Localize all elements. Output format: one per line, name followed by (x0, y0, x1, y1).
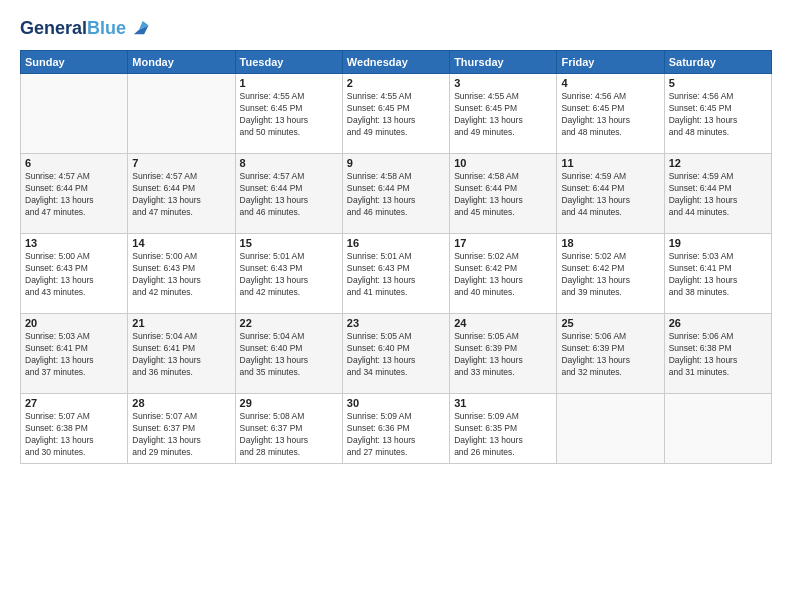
day-info: Sunrise: 5:09 AM Sunset: 6:35 PM Dayligh… (454, 411, 552, 459)
day-info: Sunrise: 4:59 AM Sunset: 6:44 PM Dayligh… (561, 171, 659, 219)
day-number: 16 (347, 237, 445, 249)
day-number: 12 (669, 157, 767, 169)
calendar-cell: 20Sunrise: 5:03 AM Sunset: 6:41 PM Dayli… (21, 314, 128, 394)
calendar-cell: 26Sunrise: 5:06 AM Sunset: 6:38 PM Dayli… (664, 314, 771, 394)
day-info: Sunrise: 4:57 AM Sunset: 6:44 PM Dayligh… (132, 171, 230, 219)
weekday-header: Friday (557, 51, 664, 74)
calendar-cell: 12Sunrise: 4:59 AM Sunset: 6:44 PM Dayli… (664, 154, 771, 234)
calendar-cell: 24Sunrise: 5:05 AM Sunset: 6:39 PM Dayli… (450, 314, 557, 394)
day-number: 13 (25, 237, 123, 249)
weekday-header: Sunday (21, 51, 128, 74)
calendar-week-row: 6Sunrise: 4:57 AM Sunset: 6:44 PM Daylig… (21, 154, 772, 234)
calendar-cell (21, 74, 128, 154)
calendar-cell: 15Sunrise: 5:01 AM Sunset: 6:43 PM Dayli… (235, 234, 342, 314)
calendar-cell: 23Sunrise: 5:05 AM Sunset: 6:40 PM Dayli… (342, 314, 449, 394)
calendar-cell (128, 74, 235, 154)
day-number: 10 (454, 157, 552, 169)
day-info: Sunrise: 5:05 AM Sunset: 6:39 PM Dayligh… (454, 331, 552, 379)
day-info: Sunrise: 5:04 AM Sunset: 6:40 PM Dayligh… (240, 331, 338, 379)
calendar-cell: 1Sunrise: 4:55 AM Sunset: 6:45 PM Daylig… (235, 74, 342, 154)
day-number: 30 (347, 397, 445, 409)
day-info: Sunrise: 4:56 AM Sunset: 6:45 PM Dayligh… (561, 91, 659, 139)
day-number: 21 (132, 317, 230, 329)
weekday-header: Monday (128, 51, 235, 74)
logo: GeneralBlue (20, 18, 150, 40)
day-info: Sunrise: 4:56 AM Sunset: 6:45 PM Dayligh… (669, 91, 767, 139)
calendar-cell: 31Sunrise: 5:09 AM Sunset: 6:35 PM Dayli… (450, 394, 557, 464)
calendar-cell: 28Sunrise: 5:07 AM Sunset: 6:37 PM Dayli… (128, 394, 235, 464)
day-number: 9 (347, 157, 445, 169)
page: GeneralBlue SundayMondayTuesdayWednesday… (0, 0, 792, 612)
day-info: Sunrise: 5:02 AM Sunset: 6:42 PM Dayligh… (561, 251, 659, 299)
calendar-cell: 5Sunrise: 4:56 AM Sunset: 6:45 PM Daylig… (664, 74, 771, 154)
day-number: 18 (561, 237, 659, 249)
calendar-cell: 9Sunrise: 4:58 AM Sunset: 6:44 PM Daylig… (342, 154, 449, 234)
day-info: Sunrise: 5:05 AM Sunset: 6:40 PM Dayligh… (347, 331, 445, 379)
day-number: 29 (240, 397, 338, 409)
day-number: 31 (454, 397, 552, 409)
day-info: Sunrise: 5:01 AM Sunset: 6:43 PM Dayligh… (347, 251, 445, 299)
day-number: 3 (454, 77, 552, 89)
calendar-cell (664, 394, 771, 464)
day-number: 5 (669, 77, 767, 89)
calendar-cell: 27Sunrise: 5:07 AM Sunset: 6:38 PM Dayli… (21, 394, 128, 464)
calendar-table: SundayMondayTuesdayWednesdayThursdayFrid… (20, 50, 772, 464)
day-number: 8 (240, 157, 338, 169)
day-number: 11 (561, 157, 659, 169)
calendar-cell: 29Sunrise: 5:08 AM Sunset: 6:37 PM Dayli… (235, 394, 342, 464)
day-info: Sunrise: 4:58 AM Sunset: 6:44 PM Dayligh… (347, 171, 445, 219)
day-info: Sunrise: 5:00 AM Sunset: 6:43 PM Dayligh… (132, 251, 230, 299)
day-info: Sunrise: 5:06 AM Sunset: 6:38 PM Dayligh… (669, 331, 767, 379)
calendar-cell: 2Sunrise: 4:55 AM Sunset: 6:45 PM Daylig… (342, 74, 449, 154)
day-number: 1 (240, 77, 338, 89)
day-info: Sunrise: 5:02 AM Sunset: 6:42 PM Dayligh… (454, 251, 552, 299)
day-number: 24 (454, 317, 552, 329)
day-info: Sunrise: 5:01 AM Sunset: 6:43 PM Dayligh… (240, 251, 338, 299)
weekday-header: Thursday (450, 51, 557, 74)
calendar-cell: 13Sunrise: 5:00 AM Sunset: 6:43 PM Dayli… (21, 234, 128, 314)
day-info: Sunrise: 5:04 AM Sunset: 6:41 PM Dayligh… (132, 331, 230, 379)
day-info: Sunrise: 4:59 AM Sunset: 6:44 PM Dayligh… (669, 171, 767, 219)
day-number: 7 (132, 157, 230, 169)
calendar-cell: 14Sunrise: 5:00 AM Sunset: 6:43 PM Dayli… (128, 234, 235, 314)
day-info: Sunrise: 4:58 AM Sunset: 6:44 PM Dayligh… (454, 171, 552, 219)
day-number: 26 (669, 317, 767, 329)
day-number: 17 (454, 237, 552, 249)
calendar-cell (557, 394, 664, 464)
calendar-cell: 10Sunrise: 4:58 AM Sunset: 6:44 PM Dayli… (450, 154, 557, 234)
header: GeneralBlue (20, 18, 772, 40)
day-info: Sunrise: 5:07 AM Sunset: 6:38 PM Dayligh… (25, 411, 123, 459)
day-number: 6 (25, 157, 123, 169)
calendar-cell: 11Sunrise: 4:59 AM Sunset: 6:44 PM Dayli… (557, 154, 664, 234)
day-number: 15 (240, 237, 338, 249)
calendar-cell: 30Sunrise: 5:09 AM Sunset: 6:36 PM Dayli… (342, 394, 449, 464)
day-number: 19 (669, 237, 767, 249)
calendar-week-row: 1Sunrise: 4:55 AM Sunset: 6:45 PM Daylig… (21, 74, 772, 154)
day-number: 28 (132, 397, 230, 409)
day-info: Sunrise: 4:57 AM Sunset: 6:44 PM Dayligh… (240, 171, 338, 219)
calendar-cell: 3Sunrise: 4:55 AM Sunset: 6:45 PM Daylig… (450, 74, 557, 154)
calendar-cell: 16Sunrise: 5:01 AM Sunset: 6:43 PM Dayli… (342, 234, 449, 314)
day-number: 22 (240, 317, 338, 329)
day-number: 4 (561, 77, 659, 89)
calendar-header-row: SundayMondayTuesdayWednesdayThursdayFrid… (21, 51, 772, 74)
day-number: 27 (25, 397, 123, 409)
logo-icon (128, 18, 150, 40)
calendar-week-row: 20Sunrise: 5:03 AM Sunset: 6:41 PM Dayli… (21, 314, 772, 394)
calendar-cell: 19Sunrise: 5:03 AM Sunset: 6:41 PM Dayli… (664, 234, 771, 314)
weekday-header: Saturday (664, 51, 771, 74)
weekday-header: Wednesday (342, 51, 449, 74)
day-number: 23 (347, 317, 445, 329)
day-number: 20 (25, 317, 123, 329)
day-number: 25 (561, 317, 659, 329)
day-info: Sunrise: 5:08 AM Sunset: 6:37 PM Dayligh… (240, 411, 338, 459)
calendar-cell: 17Sunrise: 5:02 AM Sunset: 6:42 PM Dayli… (450, 234, 557, 314)
calendar-cell: 4Sunrise: 4:56 AM Sunset: 6:45 PM Daylig… (557, 74, 664, 154)
calendar-cell: 21Sunrise: 5:04 AM Sunset: 6:41 PM Dayli… (128, 314, 235, 394)
day-info: Sunrise: 4:57 AM Sunset: 6:44 PM Dayligh… (25, 171, 123, 219)
calendar-cell: 18Sunrise: 5:02 AM Sunset: 6:42 PM Dayli… (557, 234, 664, 314)
calendar-cell: 22Sunrise: 5:04 AM Sunset: 6:40 PM Dayli… (235, 314, 342, 394)
day-info: Sunrise: 4:55 AM Sunset: 6:45 PM Dayligh… (347, 91, 445, 139)
weekday-header: Tuesday (235, 51, 342, 74)
day-info: Sunrise: 4:55 AM Sunset: 6:45 PM Dayligh… (454, 91, 552, 139)
